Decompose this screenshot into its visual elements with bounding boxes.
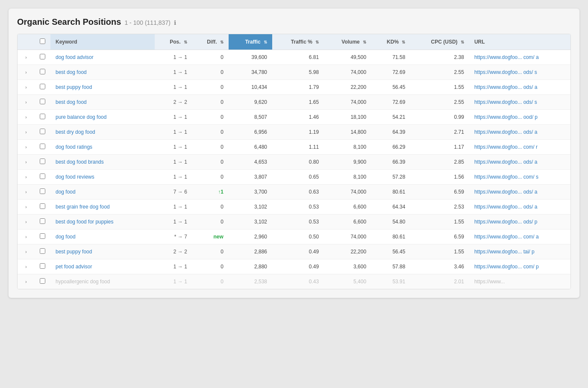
row-checkbox[interactable]: [40, 218, 45, 224]
row-checkbox[interactable]: [40, 173, 45, 179]
row-url[interactable]: https://www.dogfoo... tai/ p: [469, 244, 570, 259]
row-diff: 0: [192, 65, 229, 80]
row-keyword[interactable]: best dog food: [50, 95, 155, 110]
row-url[interactable]: https://www...: [469, 274, 570, 289]
chevron-right-icon[interactable]: ›: [23, 144, 29, 150]
row-checkbox-cell: [35, 185, 50, 200]
row-url[interactable]: https://www.dogfoo... com/ s: [469, 170, 570, 185]
row-checkbox[interactable]: [40, 54, 45, 59]
th-kd[interactable]: KD% ⇅: [371, 34, 410, 50]
row-keyword[interactable]: dog food reviews: [50, 170, 155, 185]
row-keyword[interactable]: hypoallergenic dog food: [50, 274, 155, 289]
row-expand-btn[interactable]: ›: [18, 110, 35, 125]
chevron-right-icon[interactable]: ›: [23, 218, 29, 225]
row-keyword[interactable]: dog food: [50, 229, 155, 244]
row-keyword[interactable]: best puppy food: [50, 80, 155, 95]
chevron-right-icon[interactable]: ›: [23, 203, 29, 210]
row-keyword[interactable]: best dog food: [50, 65, 155, 80]
row-checkbox[interactable]: [40, 99, 45, 104]
row-expand-btn[interactable]: ›: [18, 170, 35, 185]
row-checkbox[interactable]: [40, 129, 45, 134]
row-expand-btn[interactable]: ›: [18, 200, 35, 215]
chevron-right-icon[interactable]: ›: [23, 69, 29, 76]
row-trafficpct: 0.43: [272, 274, 324, 289]
row-expand-btn[interactable]: ›: [18, 140, 35, 155]
row-url[interactable]: https://www.dogfoo... ods/ a: [469, 155, 570, 170]
row-checkbox[interactable]: [40, 69, 45, 74]
row-volume: 3,600: [324, 259, 371, 274]
chevron-right-icon[interactable]: ›: [23, 114, 29, 121]
row-expand-btn[interactable]: ›: [18, 95, 35, 110]
th-volume[interactable]: Volume ⇅: [324, 34, 371, 50]
chevron-right-icon[interactable]: ›: [23, 129, 29, 135]
row-url[interactable]: https://www.dogfoo... ods/ a: [469, 125, 570, 140]
row-keyword[interactable]: dog food advisor: [50, 50, 155, 65]
row-checkbox-cell: [35, 244, 50, 259]
th-diff[interactable]: Diff. ⇅: [192, 34, 229, 50]
row-checkbox[interactable]: [40, 84, 45, 89]
row-url[interactable]: https://www.dogfoo... ods/ a: [469, 80, 570, 95]
row-keyword[interactable]: best puppy food: [50, 244, 155, 259]
th-trafficpct[interactable]: Traffic % ⇅: [272, 34, 324, 50]
row-keyword[interactable]: best dog food brands: [50, 155, 155, 170]
chevron-right-icon[interactable]: ›: [23, 188, 29, 195]
row-traffic: 2,880: [229, 259, 272, 274]
row-url[interactable]: https://www.dogfoo... ood/ p: [469, 110, 570, 125]
chevron-right-icon[interactable]: ›: [23, 173, 29, 180]
row-expand-btn[interactable]: ›: [18, 229, 35, 244]
chevron-right-icon[interactable]: ›: [23, 54, 29, 61]
row-expand-btn[interactable]: ›: [18, 185, 35, 200]
row-url[interactable]: https://www.dogfoo... ods/ a: [469, 185, 570, 200]
chevron-right-icon[interactable]: ›: [23, 278, 29, 285]
row-checkbox[interactable]: [40, 233, 45, 239]
chevron-right-icon[interactable]: ›: [23, 159, 29, 165]
row-checkbox[interactable]: [40, 203, 45, 209]
chevron-right-icon[interactable]: ›: [23, 84, 29, 91]
row-keyword[interactable]: dog food ratings: [50, 140, 155, 155]
row-keyword[interactable]: pet food advisor: [50, 259, 155, 274]
select-all-checkbox[interactable]: [40, 38, 45, 44]
row-url[interactable]: https://www.dogfoo... com/ r: [469, 140, 570, 155]
row-url[interactable]: https://www.dogfoo... ods/ s: [469, 95, 570, 110]
chevron-right-icon[interactable]: ›: [23, 263, 29, 270]
chevron-right-icon[interactable]: ›: [23, 248, 29, 255]
row-expand-btn[interactable]: ›: [18, 80, 35, 95]
row-checkbox[interactable]: [40, 263, 45, 269]
row-volume: 49,500: [324, 50, 371, 65]
row-expand-btn[interactable]: ›: [18, 155, 35, 170]
th-pos[interactable]: Pos. ⇅: [155, 34, 192, 50]
row-trafficpct: 0.49: [272, 259, 324, 274]
row-url[interactable]: https://www.dogfoo... com/ a: [469, 229, 570, 244]
row-expand-btn[interactable]: ›: [18, 65, 35, 80]
row-checkbox[interactable]: [40, 114, 45, 119]
chevron-right-icon[interactable]: ›: [23, 233, 29, 240]
row-keyword[interactable]: best dry dog food: [50, 125, 155, 140]
chevron-right-icon[interactable]: ›: [23, 99, 29, 106]
th-traffic[interactable]: Traffic ⇅: [229, 34, 272, 50]
row-expand-btn[interactable]: ›: [18, 215, 35, 229]
row-expand-btn[interactable]: ›: [18, 50, 35, 65]
row-expand-btn[interactable]: ›: [18, 259, 35, 274]
row-url[interactable]: https://www.dogfoo... ods/ a: [469, 200, 570, 215]
row-expand-btn[interactable]: ›: [18, 244, 35, 259]
row-checkbox[interactable]: [40, 144, 45, 149]
row-expand-btn[interactable]: ›: [18, 274, 35, 289]
row-checkbox[interactable]: [40, 188, 45, 194]
row-pos: 2 → 2: [155, 244, 192, 259]
row-checkbox[interactable]: [40, 248, 45, 254]
row-expand-btn[interactable]: ›: [18, 125, 35, 140]
row-checkbox[interactable]: [40, 278, 45, 284]
row-keyword[interactable]: best grain free dog food: [50, 200, 155, 215]
row-url[interactable]: https://www.dogfoo... com/ p: [469, 259, 570, 274]
row-keyword[interactable]: pure balance dog food: [50, 110, 155, 125]
row-url[interactable]: https://www.dogfoo... ods/ p: [469, 215, 570, 229]
th-cpc[interactable]: CPC (USD) ⇅: [410, 34, 469, 50]
table-row: ›dog food ratings1 → 106,4801.118,10066.…: [18, 140, 570, 155]
row-keyword[interactable]: dog food: [50, 185, 155, 200]
row-checkbox[interactable]: [40, 159, 45, 164]
table-row: ›best dog food2 → 209,6201.6574,00072.69…: [18, 95, 570, 110]
row-url[interactable]: https://www.dogfoo... com/ a: [469, 50, 570, 65]
row-keyword[interactable]: best dog food for puppies: [50, 215, 155, 229]
row-url[interactable]: https://www.dogfoo... ods/ s: [469, 65, 570, 80]
th-keyword[interactable]: Keyword: [50, 34, 155, 50]
